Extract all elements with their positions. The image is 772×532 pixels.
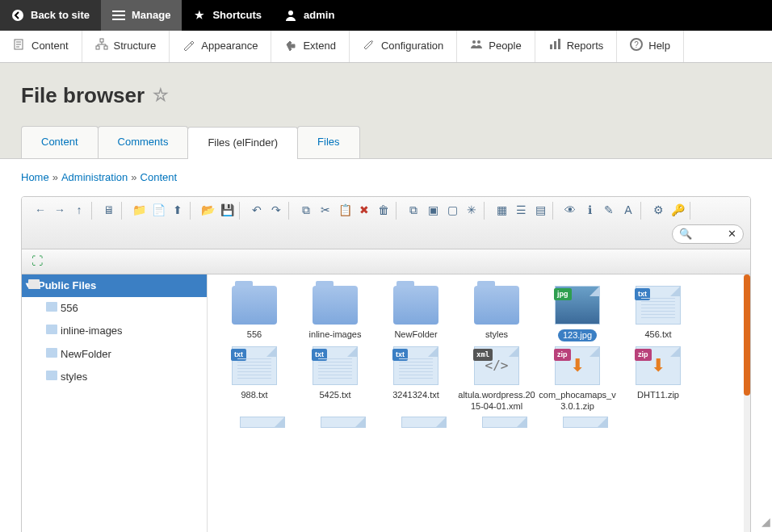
paste-button[interactable]: 📋 [336, 202, 354, 220]
file-item[interactable]: NewFolder [377, 286, 455, 341]
menu-appearance[interactable]: Appearance [170, 31, 271, 62]
list-button[interactable]: ☰ [512, 202, 530, 220]
shortcuts[interactable]: ★ Shortcuts [182, 0, 273, 31]
file-item[interactable]: jpg123.jpg [539, 286, 616, 341]
file-item[interactable]: txt5425.txt [296, 346, 374, 411]
breadcrumb-link[interactable]: Home [21, 171, 49, 183]
scrollbar-track[interactable] [744, 274, 750, 532]
grid-button[interactable]: ▦ [493, 202, 510, 220]
user-icon [284, 9, 297, 22]
breadcrumb-link[interactable]: Content [141, 171, 178, 183]
tree-root[interactable]: Public Files [22, 274, 207, 297]
file-grid[interactable]: 556inline-imagesNewFolderstylesjpg123.jp… [208, 274, 750, 532]
search-box[interactable]: 🔍✕ [672, 224, 744, 244]
file-item[interactable] [466, 417, 543, 433]
svg-point-6 [472, 40, 476, 44]
menu-structure[interactable]: Structure [82, 31, 170, 62]
manage[interactable]: Manage [101, 0, 182, 31]
folder-icon [393, 286, 438, 325]
up-button[interactable]: ↑ [70, 202, 88, 220]
menu-people[interactable]: People [457, 31, 535, 62]
edit-button[interactable]: A [619, 202, 637, 220]
tree-item[interactable]: NewFolder [22, 343, 207, 366]
menu-label: Content [31, 39, 69, 53]
tab-content[interactable]: Content [21, 126, 99, 157]
rename-button[interactable]: ✎ [600, 202, 618, 220]
clear-search-icon[interactable]: ✕ [728, 227, 736, 241]
tree-item[interactable]: inline-images [22, 320, 207, 342]
menu-help[interactable]: ?Help [617, 31, 684, 62]
file-item[interactable] [224, 417, 301, 433]
help-icon: ? [630, 38, 643, 55]
info-button[interactable]: ℹ [581, 202, 598, 220]
delete-button[interactable]: ✖ [355, 202, 373, 220]
file-item[interactable]: txt988.txt [216, 346, 293, 411]
file-name: inline-images [296, 329, 374, 340]
tab-files[interactable]: Files [297, 126, 359, 157]
netmount-button[interactable]: 🖥 [100, 202, 118, 220]
tree-item[interactable]: 556 [22, 297, 207, 320]
back-button[interactable]: ← [31, 202, 49, 220]
folder-tree[interactable]: Public Files556inline-imagesNewFoldersty… [22, 274, 208, 532]
file-item[interactable] [385, 417, 463, 433]
file-item[interactable]: zip⬇com_phocamaps_v3.0.1.zip [539, 346, 616, 411]
toolbar-group: ▦☰▤ [489, 202, 553, 220]
file-item[interactable]: zip⬇DHT11.zip [619, 346, 697, 411]
undo-button[interactable]: ↶ [248, 202, 266, 220]
open-button[interactable]: 📂 [199, 202, 216, 220]
structure-icon [95, 38, 108, 55]
copy-button[interactable]: ⧉ [297, 202, 315, 220]
file-item[interactable]: xml</>altula.wordpress.2015-04-01.xml [458, 346, 535, 411]
hamburger-icon [112, 9, 125, 22]
redo-button[interactable]: ↷ [267, 202, 285, 220]
download-button[interactable]: 💾 [218, 202, 236, 220]
menu-configuration[interactable]: Configuration [350, 31, 457, 62]
forward-button[interactable]: → [51, 202, 69, 220]
favorite-star-icon[interactable]: ☆ [153, 83, 169, 108]
folder-icon [46, 302, 57, 312]
file-item[interactable]: inline-images [296, 286, 374, 341]
svg-rect-10 [558, 39, 560, 49]
menu-reports[interactable]: Reports [535, 31, 618, 62]
chmod-button[interactable]: 🔑 [669, 202, 686, 220]
sort-button[interactable]: ▤ [531, 202, 549, 220]
file-name: 988.txt [216, 390, 293, 400]
toolbar-group: 📁📄⬆ [127, 202, 191, 220]
cut-button[interactable]: ✂ [317, 202, 334, 220]
back-to-site[interactable]: Back to site [0, 0, 101, 31]
elfinder-toolbar: ←→↑🖥📁📄⬆📂💾↶↷⧉✂📋✖🗑⧉▣▢✳▦☰▤👁ℹ✎A⚙🔑🔍✕ [22, 197, 750, 249]
svg-point-1 [288, 10, 293, 15]
newfile-button[interactable]: 📄 [149, 202, 167, 220]
preview-button[interactable]: 👁 [561, 202, 579, 220]
selectall-button[interactable]: ▣ [424, 202, 442, 220]
upload-button[interactable]: ⬆ [169, 202, 187, 220]
newfolder-button[interactable]: 📁 [130, 202, 148, 220]
tree-item[interactable]: styles [22, 366, 207, 388]
search-input[interactable] [697, 228, 723, 240]
menu-extend[interactable]: Extend [271, 31, 349, 62]
scrollbar-thumb[interactable] [744, 274, 750, 396]
invert-button[interactable]: ✳ [463, 202, 480, 220]
file-item[interactable]: txt456.txt [619, 286, 697, 341]
folder-icon [46, 348, 57, 358]
breadcrumb-separator: » [131, 171, 136, 183]
user-menu[interactable]: admin [273, 0, 346, 31]
menu-content[interactable]: Content [0, 31, 82, 62]
file-item[interactable]: 556 [216, 286, 293, 341]
file-item[interactable]: txt3241324.txt [377, 346, 455, 411]
file-name: NewFolder [377, 329, 455, 340]
menu-label: Appearance [201, 39, 258, 53]
breadcrumb-link[interactable]: Administration [61, 171, 128, 183]
selectnone-button[interactable]: ▢ [443, 202, 461, 220]
file-item[interactable] [304, 417, 382, 433]
duplicate-button[interactable]: ⧉ [405, 202, 422, 220]
tab-files-elfinder-[interactable]: Files (elFinder) [187, 127, 298, 158]
file-item[interactable]: styles [458, 286, 535, 341]
resize-button[interactable]: ⚙ [649, 202, 667, 220]
empty-button[interactable]: 🗑 [375, 202, 392, 220]
tab-comments[interactable]: Comments [98, 126, 189, 157]
zip-file-icon: zip⬇ [555, 346, 600, 385]
menu-label: Extend [303, 39, 335, 53]
file-item[interactable] [547, 417, 624, 433]
fullscreen-button[interactable]: ⛶ [28, 253, 46, 270]
